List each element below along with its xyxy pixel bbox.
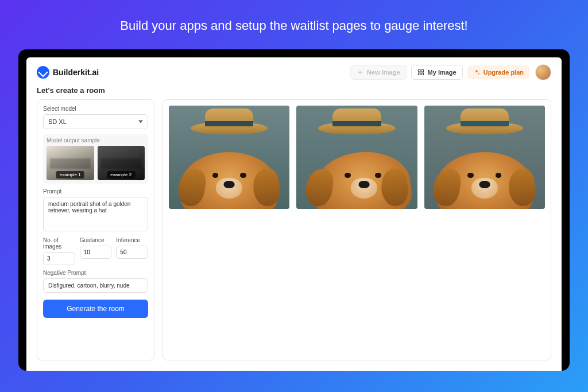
brand-logo[interactable]: Builderkit.ai [37,66,99,79]
neg-prompt-input[interactable] [43,278,148,293]
params-row: No. of images Guidance Inference [43,237,148,265]
new-image-button[interactable]: New Image [350,65,406,80]
generated-image[interactable] [169,106,289,209]
sample-box: Model output sample example 1 example 2 [43,134,148,184]
config-sidebar: Select model SD XL Model output sample e… [37,99,154,360]
num-images-input[interactable] [43,252,75,265]
topbar: Builderkit.ai New Image My Image Upgrade… [26,57,562,86]
sample-thumbnail-label: example 2 [107,171,135,178]
inference-label: Inference [116,237,148,243]
device-frame: Builderkit.ai New Image My Image Upgrade… [18,49,570,371]
guidance-input[interactable] [80,246,112,259]
model-select[interactable]: SD XL [43,114,148,129]
model-block: Select model SD XL [43,106,148,129]
guidance-label: Guidance [80,237,112,243]
svg-rect-3 [421,70,424,72]
sparkle-icon [473,69,480,76]
svg-rect-4 [418,73,420,75]
results-panel [163,99,551,360]
prompt-block: Prompt medium portrait shot of a golden … [43,188,148,232]
page-title: Let's create a room [26,86,562,99]
my-image-button[interactable]: My Image [411,65,463,80]
upgrade-label: Upgrade plan [483,69,524,76]
hero-banner: Build your apps and setup the waitlist p… [120,0,467,49]
sample-thumbnail[interactable]: example 1 [47,146,94,180]
brand-mark-icon [37,66,49,79]
upgrade-plan-button[interactable]: Upgrade plan [467,65,529,79]
brand-name: Builderkit.ai [53,68,99,77]
plus-icon [357,69,363,76]
body-row: Select model SD XL Model output sample e… [26,99,562,371]
generated-image[interactable] [424,106,545,209]
sample-label: Model output sample [47,137,145,143]
svg-rect-5 [421,73,424,75]
neg-prompt-label: Negative Prompt [43,270,148,276]
num-images-label: No. of images [43,237,75,250]
gallery-icon [417,69,424,76]
my-image-label: My Image [428,69,457,76]
sample-thumbnail-label: example 1 [56,171,84,178]
prompt-label: Prompt [43,188,148,195]
svg-rect-2 [418,70,420,72]
select-model-label: Select model [43,106,148,112]
new-image-label: New Image [367,69,400,76]
chevron-down-icon [138,121,143,123]
generated-image[interactable] [296,106,417,209]
generate-button[interactable]: Generate the room [43,300,148,318]
sample-thumbnail[interactable]: example 2 [98,146,145,180]
inference-input[interactable] [116,246,148,259]
prompt-input[interactable]: medium portrait shot of a golden retriev… [43,197,148,231]
model-select-value: SD XL [48,118,67,125]
app-screen: Builderkit.ai New Image My Image Upgrade… [26,57,562,371]
neg-prompt-block: Negative Prompt [43,270,148,293]
user-avatar[interactable] [535,64,551,80]
